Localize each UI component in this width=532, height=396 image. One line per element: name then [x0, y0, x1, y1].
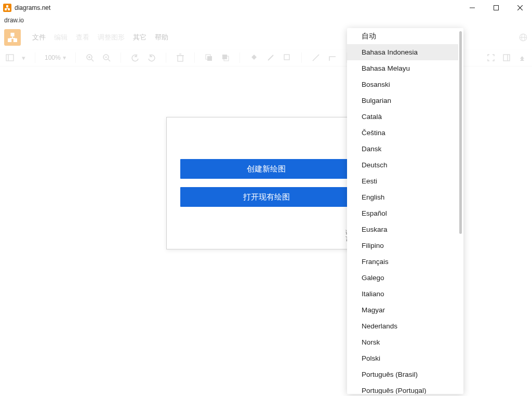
svg-rect-4 [494, 6, 499, 10]
language-option[interactable]: Bahasa Indonesia [347, 44, 458, 60]
language-option[interactable]: Eesti [347, 173, 458, 189]
language-option[interactable]: Português (Portugal) [347, 382, 458, 394]
svg-rect-26 [207, 56, 212, 61]
svg-line-30 [313, 55, 319, 61]
svg-rect-9 [14, 38, 17, 42]
app-logo [4, 29, 21, 46]
language-option[interactable]: Português (Brasil) [347, 366, 458, 382]
language-option[interactable]: Bahasa Melayu [347, 60, 458, 76]
document-title: draw.io [0, 16, 532, 26]
language-option[interactable]: Català [347, 109, 458, 125]
zoom-in-icon[interactable] [85, 53, 95, 62]
menu-view[interactable]: 查看 [76, 33, 89, 42]
language-option[interactable]: English [347, 189, 458, 205]
svg-rect-7 [10, 33, 14, 36]
language-option[interactable]: Magyar [347, 302, 458, 318]
to-front-icon[interactable] [204, 53, 214, 62]
language-option[interactable]: Italiano [347, 286, 458, 302]
svg-rect-29 [284, 55, 289, 60]
svg-rect-2 [8, 8, 10, 10]
language-option[interactable]: Galego [347, 270, 458, 286]
create-new-diagram-button[interactable]: 创建新绘图 [180, 159, 352, 179]
app-icon [3, 4, 11, 12]
window-title: diagrams.net [15, 4, 50, 11]
language-option[interactable]: 自动 [347, 28, 458, 44]
shadow-icon[interactable] [283, 53, 292, 62]
language-option[interactable]: Filipino [347, 237, 458, 254]
language-option[interactable]: Français [347, 254, 458, 270]
language-option[interactable]: Español [347, 205, 458, 221]
format-panel-icon[interactable] [502, 53, 511, 62]
menu-extras[interactable]: 其它 [133, 33, 147, 42]
menu-edit[interactable]: 编辑 [54, 33, 68, 42]
language-option[interactable]: Bosanski [347, 76, 458, 93]
svg-rect-22 [178, 56, 183, 61]
menu-help[interactable]: 帮助 [155, 33, 168, 42]
zoom-out-icon[interactable] [102, 53, 111, 62]
fullscreen-icon[interactable] [486, 53, 496, 62]
svg-rect-13 [6, 55, 14, 61]
menu-file[interactable]: 文件 [32, 33, 46, 42]
window-minimize-button[interactable] [460, 0, 484, 16]
fill-color-icon[interactable] [249, 53, 259, 62]
open-existing-diagram-button[interactable]: 打开现有绘图 [180, 187, 352, 207]
language-option[interactable]: Norsk [347, 334, 458, 350]
redo-icon[interactable] [147, 53, 156, 62]
window-close-button[interactable] [508, 0, 532, 16]
window-titlebar: diagrams.net [0, 0, 532, 16]
menu-arrange[interactable]: 调整图形 [98, 33, 125, 42]
language-option[interactable]: Dansk [347, 141, 458, 157]
line-color-icon[interactable] [266, 53, 275, 62]
svg-rect-8 [8, 38, 11, 42]
to-back-icon[interactable] [221, 53, 230, 62]
sidebar-toggle-icon[interactable] [5, 53, 15, 62]
svg-rect-28 [222, 55, 227, 59]
svg-rect-0 [6, 5, 8, 7]
language-option[interactable]: Nederlands [347, 318, 458, 334]
svg-rect-1 [5, 8, 7, 10]
svg-line-20 [108, 59, 110, 61]
language-option[interactable]: Bulgarian [347, 93, 458, 109]
language-option[interactable]: Čeština [347, 125, 458, 141]
undo-icon[interactable] [130, 53, 140, 62]
collapse-icon[interactable] [517, 53, 527, 62]
startup-dialog: 创建新绘图 打开现有绘图 语言 [166, 117, 366, 249]
svg-line-16 [91, 59, 94, 61]
connection-icon[interactable] [311, 53, 321, 62]
window-maximize-button[interactable] [484, 0, 508, 16]
zoom-level[interactable]: 100% [45, 54, 61, 61]
scrollbar-thumb[interactable] [459, 31, 462, 234]
waypoint-icon[interactable] [328, 53, 337, 62]
language-option[interactable]: Polski [347, 350, 458, 366]
language-option[interactable]: Euskara [347, 221, 458, 237]
globe-icon[interactable] [518, 33, 528, 42]
delete-icon[interactable] [176, 53, 185, 62]
svg-rect-33 [503, 55, 510, 61]
language-option[interactable]: Deutsch [347, 157, 458, 173]
language-dropdown: 自动Bahasa IndonesiaBahasa MelayuBosanskiB… [347, 28, 463, 394]
